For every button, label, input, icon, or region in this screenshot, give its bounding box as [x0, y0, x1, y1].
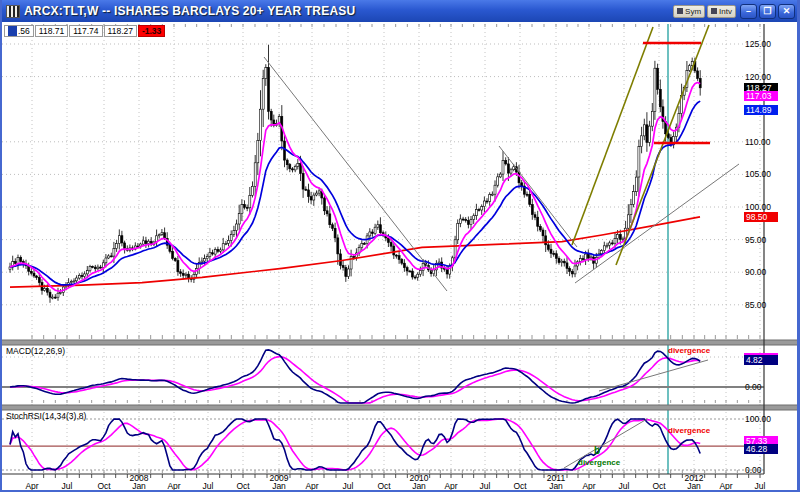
time-tick-month: Jul: [203, 481, 214, 491]
quote-value: -1.33: [138, 25, 165, 37]
time-tick-month: Jul: [619, 481, 630, 491]
quote-value: .56: [4, 25, 34, 37]
stochrsi-panel-label: StochRSI(14,34(3),8): [6, 411, 86, 421]
time-tick-month: Apr: [25, 481, 38, 491]
time-tick-month: Jul: [343, 481, 354, 491]
time-tick-year: 2010: [410, 473, 429, 483]
time-tick-month: Oct: [513, 481, 526, 491]
time-tick-month: Apr: [719, 481, 732, 491]
chart-window: ARCX:TLT,W -- ISHARES BARCLAYS 20+ YEAR …: [0, 0, 800, 492]
close-button[interactable]: ✕: [778, 4, 795, 19]
time-tick-month: Oct: [377, 481, 390, 491]
minimize-button[interactable]: –: [740, 4, 757, 19]
interval-icon: [711, 8, 717, 14]
time-tick-year: 2008: [130, 473, 149, 483]
time-tick-month: Apr: [167, 481, 180, 491]
time-tick-month: Oct: [236, 481, 249, 491]
stoch-b-annotation: b: [594, 445, 600, 456]
time-axis: AprJulOctJan2008AprJulOctJan2009AprJulOc…: [2, 472, 797, 490]
quote-value: 117.74: [69, 25, 102, 37]
quote-row: .56118.71117.74118.27-1.33: [4, 25, 166, 37]
window-title: ARCX:TLT,W -- ISHARES BARCLAYS 20+ YEAR …: [24, 4, 355, 18]
chart-plot: [2, 22, 797, 490]
stoch-divergence-annotation-green: divergence: [578, 458, 620, 467]
time-tick-year: 2011: [547, 473, 565, 483]
symbol-icon: [677, 8, 683, 14]
maximize-button[interactable]: ❐: [759, 4, 776, 19]
time-tick-month: Apr: [305, 481, 318, 491]
time-tick-month: Jul: [755, 481, 766, 491]
app-icon: [6, 5, 20, 18]
time-tick-year: 2009: [270, 473, 289, 483]
time-tick-year: 2012: [685, 473, 704, 483]
time-tick-month: Apr: [582, 481, 595, 491]
macd-panel-label: MACD(12,26,9): [6, 346, 65, 356]
time-tick-month: Oct: [97, 481, 110, 491]
stoch-divergence-annotation-red: divergence: [668, 426, 710, 435]
chart-canvas[interactable]: .56118.71117.74118.27-1.33 MACD(12,26,9)…: [2, 22, 797, 490]
quote-value: 118.71: [35, 25, 68, 37]
symbol-button[interactable]: Sym: [673, 5, 705, 18]
selected-chip: [8, 26, 17, 36]
time-tick-month: Apr: [444, 481, 457, 491]
time-tick-month: Jul: [62, 481, 73, 491]
time-tick-month: Jul: [480, 481, 491, 491]
macd-divergence-annotation: divergence: [668, 346, 710, 355]
time-tick-month: Oct: [652, 481, 665, 491]
quote-value: 118.27: [104, 25, 137, 37]
interval-button[interactable]: Intv: [707, 5, 736, 18]
title-bar: ARCX:TLT,W -- ISHARES BARCLAYS 20+ YEAR …: [2, 0, 797, 22]
